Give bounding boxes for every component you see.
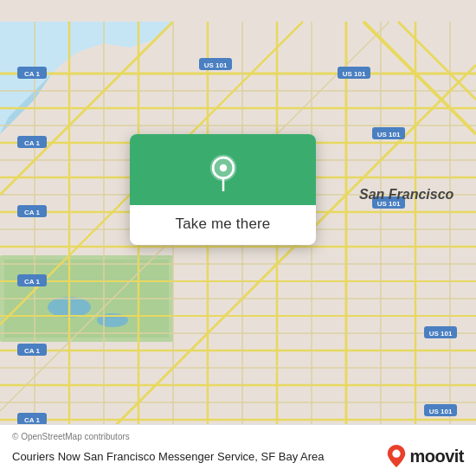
copyright-text: © OpenStreetMap contributors xyxy=(12,432,464,441)
bottom-bar: © OpenStreetMap contributors Couriers No… xyxy=(0,424,476,476)
svg-text:CA 1: CA 1 xyxy=(24,70,40,78)
svg-point-73 xyxy=(219,164,226,171)
svg-text:CA 1: CA 1 xyxy=(24,139,40,147)
bottom-row: Couriers Now San Francisco Messenger Ser… xyxy=(12,445,464,467)
business-name: Couriers Now San Francisco Messenger Ser… xyxy=(12,450,387,463)
tooltip-button-section[interactable]: Take me there xyxy=(130,205,316,245)
svg-text:US 101: US 101 xyxy=(429,330,453,338)
svg-text:CA 1: CA 1 xyxy=(24,347,40,355)
svg-text:CA 1: CA 1 xyxy=(24,416,40,424)
moovit-logo: moovit xyxy=(387,445,464,467)
moovit-pin-icon xyxy=(387,445,406,467)
moovit-brand-text: moovit xyxy=(409,447,464,466)
svg-text:US 101: US 101 xyxy=(343,70,366,78)
svg-text:US 101: US 101 xyxy=(429,408,453,415)
svg-point-75 xyxy=(393,450,401,458)
svg-text:US 101: US 101 xyxy=(204,61,228,69)
svg-text:CA 1: CA 1 xyxy=(24,278,40,286)
tooltip-card: Take me there xyxy=(130,134,316,245)
take-me-there-button[interactable]: Take me there xyxy=(176,215,271,233)
map-container[interactable]: CA 1 CA 1 CA 1 CA 1 CA 1 CA 1 US 101 US … xyxy=(0,0,476,476)
svg-text:US 101: US 101 xyxy=(377,131,401,138)
svg-text:CA 1: CA 1 xyxy=(24,209,40,216)
svg-text:San Francisco: San Francisco xyxy=(359,187,454,202)
location-pin-icon xyxy=(204,153,242,191)
tooltip-header xyxy=(130,134,316,205)
